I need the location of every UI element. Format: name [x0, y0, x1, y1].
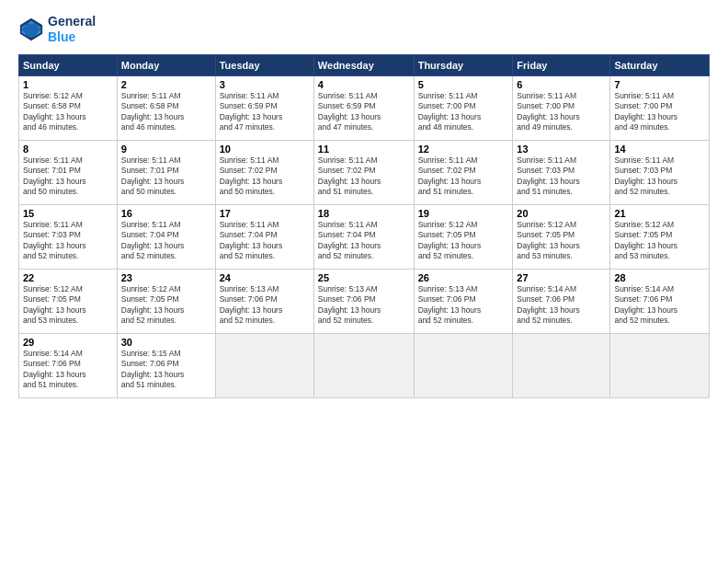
calendar-cell: 4Sunrise: 5:11 AM Sunset: 6:59 PM Daylig…	[313, 75, 414, 140]
calendar-cell: 6Sunrise: 5:11 AM Sunset: 7:00 PM Daylig…	[513, 75, 610, 140]
day-number: 6	[517, 79, 606, 90]
cell-text: Sunrise: 5:11 AM Sunset: 7:01 PM Dayligh…	[121, 155, 211, 198]
day-number: 11	[318, 144, 410, 155]
calendar-cell: 13Sunrise: 5:11 AM Sunset: 7:03 PM Dayli…	[513, 140, 610, 204]
day-number: 12	[418, 144, 509, 155]
calendar-cell: 14Sunrise: 5:11 AM Sunset: 7:03 PM Dayli…	[610, 140, 710, 204]
day-number: 18	[318, 208, 410, 219]
cell-text: Sunrise: 5:11 AM Sunset: 7:03 PM Dayligh…	[614, 155, 705, 198]
cell-text: Sunrise: 5:12 AM Sunset: 6:58 PM Dayligh…	[23, 91, 113, 133]
calendar-cell: 24Sunrise: 5:13 AM Sunset: 7:06 PM Dayli…	[215, 269, 313, 333]
cell-text: Sunrise: 5:14 AM Sunset: 7:06 PM Dayligh…	[517, 284, 606, 327]
day-number: 17	[220, 208, 310, 219]
calendar-cell: 18Sunrise: 5:11 AM Sunset: 7:04 PM Dayli…	[313, 204, 414, 269]
cell-text: Sunrise: 5:11 AM Sunset: 7:01 PM Dayligh…	[23, 155, 113, 198]
calendar-cell: 8Sunrise: 5:11 AM Sunset: 7:01 PM Daylig…	[19, 140, 118, 204]
weekday-header-cell: Saturday	[610, 54, 710, 75]
weekday-header-cell: Friday	[513, 54, 610, 75]
calendar-cell: 25Sunrise: 5:13 AM Sunset: 7:06 PM Dayli…	[313, 269, 414, 333]
calendar-cell: 7Sunrise: 5:11 AM Sunset: 7:00 PM Daylig…	[610, 75, 710, 140]
calendar-cell: 22Sunrise: 5:12 AM Sunset: 7:05 PM Dayli…	[19, 269, 118, 333]
calendar-row: 15Sunrise: 5:11 AM Sunset: 7:03 PM Dayli…	[19, 204, 710, 269]
day-number: 8	[23, 144, 113, 155]
cell-text: Sunrise: 5:12 AM Sunset: 7:05 PM Dayligh…	[418, 220, 509, 262]
calendar-cell	[215, 333, 313, 397]
calendar-cell: 3Sunrise: 5:11 AM Sunset: 6:59 PM Daylig…	[215, 75, 313, 140]
day-number: 22	[23, 272, 113, 283]
cell-text: Sunrise: 5:11 AM Sunset: 6:58 PM Dayligh…	[121, 91, 211, 133]
cell-text: Sunrise: 5:11 AM Sunset: 7:04 PM Dayligh…	[220, 220, 310, 262]
cell-text: Sunrise: 5:11 AM Sunset: 7:02 PM Dayligh…	[220, 155, 310, 198]
calendar-body: 1Sunrise: 5:12 AM Sunset: 6:58 PM Daylig…	[19, 75, 710, 397]
day-number: 26	[418, 272, 509, 283]
day-number: 7	[614, 79, 705, 90]
cell-text: Sunrise: 5:11 AM Sunset: 7:03 PM Dayligh…	[23, 220, 113, 262]
calendar-cell: 19Sunrise: 5:12 AM Sunset: 7:05 PM Dayli…	[414, 204, 513, 269]
calendar-cell: 15Sunrise: 5:11 AM Sunset: 7:03 PM Dayli…	[19, 204, 118, 269]
weekday-header-cell: Thursday	[414, 54, 513, 75]
day-number: 4	[318, 79, 410, 90]
weekday-header-cell: Tuesday	[215, 54, 313, 75]
day-number: 23	[121, 272, 211, 283]
cell-text: Sunrise: 5:11 AM Sunset: 7:00 PM Dayligh…	[517, 91, 606, 133]
day-number: 30	[121, 337, 211, 348]
day-number: 24	[220, 272, 310, 283]
cell-text: Sunrise: 5:12 AM Sunset: 7:05 PM Dayligh…	[614, 220, 705, 262]
cell-text: Sunrise: 5:11 AM Sunset: 6:59 PM Dayligh…	[318, 91, 410, 133]
calendar-row: 29Sunrise: 5:14 AM Sunset: 7:06 PM Dayli…	[19, 333, 710, 397]
cell-text: Sunrise: 5:11 AM Sunset: 7:02 PM Dayligh…	[318, 155, 410, 198]
calendar-cell: 2Sunrise: 5:11 AM Sunset: 6:58 PM Daylig…	[117, 75, 215, 140]
cell-text: Sunrise: 5:15 AM Sunset: 7:06 PM Dayligh…	[121, 349, 211, 391]
calendar-cell	[313, 333, 414, 397]
calendar-cell: 1Sunrise: 5:12 AM Sunset: 6:58 PM Daylig…	[19, 75, 118, 140]
cell-text: Sunrise: 5:14 AM Sunset: 7:06 PM Dayligh…	[23, 349, 113, 391]
cell-text: Sunrise: 5:11 AM Sunset: 6:59 PM Dayligh…	[220, 91, 310, 133]
cell-text: Sunrise: 5:12 AM Sunset: 7:05 PM Dayligh…	[23, 284, 113, 327]
day-number: 14	[614, 144, 705, 155]
cell-text: Sunrise: 5:11 AM Sunset: 7:00 PM Dayligh…	[614, 91, 705, 133]
day-number: 20	[517, 208, 606, 219]
calendar-cell: 9Sunrise: 5:11 AM Sunset: 7:01 PM Daylig…	[117, 140, 215, 204]
calendar-cell: 21Sunrise: 5:12 AM Sunset: 7:05 PM Dayli…	[610, 204, 710, 269]
day-number: 2	[121, 79, 211, 90]
day-number: 29	[23, 337, 113, 348]
calendar-cell: 23Sunrise: 5:12 AM Sunset: 7:05 PM Dayli…	[117, 269, 215, 333]
cell-text: Sunrise: 5:11 AM Sunset: 7:00 PM Dayligh…	[418, 91, 509, 133]
calendar-cell	[513, 333, 610, 397]
weekday-header-cell: Sunday	[19, 54, 118, 75]
cell-text: Sunrise: 5:12 AM Sunset: 7:05 PM Dayligh…	[517, 220, 606, 262]
day-number: 5	[418, 79, 509, 90]
calendar-cell: 17Sunrise: 5:11 AM Sunset: 7:04 PM Dayli…	[215, 204, 313, 269]
calendar-cell	[414, 333, 513, 397]
logo-text: General Blue	[48, 14, 96, 45]
day-number: 27	[517, 272, 606, 283]
calendar-cell: 30Sunrise: 5:15 AM Sunset: 7:06 PM Dayli…	[117, 333, 215, 397]
page: General Blue SundayMondayTuesdayWednesda…	[0, 0, 728, 563]
cell-text: Sunrise: 5:11 AM Sunset: 7:04 PM Dayligh…	[121, 220, 211, 262]
day-number: 1	[23, 79, 113, 90]
header: General Blue	[18, 14, 710, 45]
calendar-cell: 20Sunrise: 5:12 AM Sunset: 7:05 PM Dayli…	[513, 204, 610, 269]
cell-text: Sunrise: 5:13 AM Sunset: 7:06 PM Dayligh…	[418, 284, 509, 327]
day-number: 19	[418, 208, 509, 219]
weekday-header: SundayMondayTuesdayWednesdayThursdayFrid…	[19, 54, 710, 75]
calendar-cell: 29Sunrise: 5:14 AM Sunset: 7:06 PM Dayli…	[19, 333, 118, 397]
calendar-cell: 11Sunrise: 5:11 AM Sunset: 7:02 PM Dayli…	[313, 140, 414, 204]
day-number: 15	[23, 208, 113, 219]
calendar-row: 1Sunrise: 5:12 AM Sunset: 6:58 PM Daylig…	[19, 75, 710, 140]
day-number: 16	[121, 208, 211, 219]
calendar-row: 22Sunrise: 5:12 AM Sunset: 7:05 PM Dayli…	[19, 269, 710, 333]
day-number: 13	[517, 144, 606, 155]
cell-text: Sunrise: 5:14 AM Sunset: 7:06 PM Dayligh…	[614, 284, 705, 327]
day-number: 9	[121, 144, 211, 155]
cell-text: Sunrise: 5:11 AM Sunset: 7:04 PM Dayligh…	[318, 220, 410, 262]
calendar-cell: 16Sunrise: 5:11 AM Sunset: 7:04 PM Dayli…	[117, 204, 215, 269]
day-number: 10	[220, 144, 310, 155]
calendar-cell: 5Sunrise: 5:11 AM Sunset: 7:00 PM Daylig…	[414, 75, 513, 140]
calendar-cell: 28Sunrise: 5:14 AM Sunset: 7:06 PM Dayli…	[610, 269, 710, 333]
calendar-cell: 12Sunrise: 5:11 AM Sunset: 7:02 PM Dayli…	[414, 140, 513, 204]
day-number: 25	[318, 272, 410, 283]
cell-text: Sunrise: 5:12 AM Sunset: 7:05 PM Dayligh…	[121, 284, 211, 327]
logo-icon	[18, 17, 44, 42]
cell-text: Sunrise: 5:11 AM Sunset: 7:02 PM Dayligh…	[418, 155, 509, 198]
